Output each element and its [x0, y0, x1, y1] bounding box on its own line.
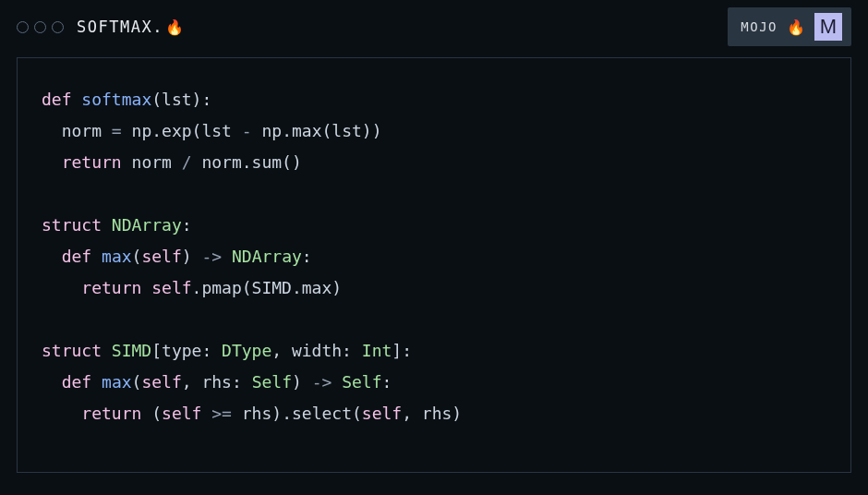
code-line: def max(self, rhs: Self) -> Self:	[42, 367, 826, 398]
code-editor[interactable]: def softmax(lst): norm = np.exp(lst - np…	[17, 57, 851, 473]
code-line: def max(self) -> NDArray:	[42, 241, 826, 272]
code-token	[42, 247, 62, 266]
code-token: ]:	[392, 341, 412, 360]
code-token: (lst):	[151, 90, 211, 109]
window-controls	[17, 21, 64, 33]
code-line: struct NDArray:	[42, 210, 826, 241]
titlebar: SOFTMAX. 🔥 MOJO 🔥 M	[0, 0, 868, 54]
code-token: , rhs:	[182, 372, 252, 392]
code-token: [type:	[151, 341, 222, 360]
code-token: def	[42, 90, 81, 109]
code-line: return (self >= rhs).select(self, rhs)	[42, 398, 826, 429]
code-line	[42, 178, 826, 210]
code-token	[42, 404, 81, 423]
code-token: softmax	[81, 90, 151, 109]
code-token: >=	[211, 404, 242, 423]
code-token: Self	[342, 372, 381, 392]
code-token: =	[112, 121, 132, 140]
code-token: return	[81, 278, 151, 297]
code-token: return	[62, 152, 132, 172]
code-token: :	[182, 215, 192, 235]
code-token: Int	[362, 341, 392, 360]
code-token: max	[102, 372, 132, 392]
titlebar-left: SOFTMAX. 🔥	[17, 18, 185, 36]
code-token: Self	[252, 372, 292, 392]
code-token: (	[151, 404, 162, 423]
code-token: /	[182, 152, 202, 172]
code-token: ->	[201, 247, 232, 266]
code-token: ->	[312, 372, 343, 392]
code-token: NDArray	[232, 247, 302, 266]
fire-icon: 🔥	[165, 18, 186, 36]
code-line: norm = np.exp(lst - np.max(lst))	[42, 115, 826, 147]
code-token: (	[132, 372, 142, 392]
language-icon-letter: M	[820, 15, 837, 39]
code-token: SIMD	[112, 341, 151, 360]
code-line	[42, 304, 826, 335]
code-token	[42, 278, 81, 297]
fire-icon: 🔥	[787, 18, 805, 36]
code-line: return self.pmap(SIMD.max)	[42, 272, 826, 304]
code-token: norm	[132, 152, 182, 172]
code-token: np.exp(lst	[132, 121, 242, 140]
code-token: DType	[222, 341, 271, 360]
filename-base: SOFTMAX.	[77, 18, 163, 36]
code-token: np.max(lst))	[261, 121, 381, 140]
window-close-icon[interactable]	[17, 21, 29, 33]
code-line: def softmax(lst):	[42, 84, 826, 115]
code-token: (	[132, 247, 142, 266]
code-token: struct	[42, 341, 112, 360]
code-token: self	[362, 404, 402, 423]
code-token: , rhs)	[402, 404, 462, 423]
code-token: self	[151, 278, 191, 297]
code-token	[42, 372, 62, 392]
code-token: self	[141, 372, 181, 392]
code-token: )	[292, 372, 312, 392]
code-token: self	[141, 247, 181, 266]
code-token: norm.sum()	[201, 152, 301, 172]
code-token: norm	[42, 121, 112, 140]
code-token: rhs).select(	[242, 404, 362, 423]
code-token: max	[102, 247, 132, 266]
code-line: return norm / norm.sum()	[42, 147, 826, 178]
code-line: struct SIMD[type: DType, width: Int]:	[42, 335, 826, 367]
code-token: struct	[42, 215, 112, 235]
code-token: :	[302, 247, 312, 266]
window-minimize-icon[interactable]	[34, 21, 46, 33]
code-token: :	[382, 372, 392, 392]
code-token: def	[62, 247, 102, 266]
code-token: self	[162, 404, 201, 423]
window-maximize-icon[interactable]	[52, 21, 64, 33]
language-badge[interactable]: MOJO 🔥 M	[728, 7, 851, 46]
filename: SOFTMAX. 🔥	[77, 18, 185, 36]
code-token: , width:	[271, 341, 362, 360]
code-token: return	[81, 404, 151, 423]
code-token: )	[182, 247, 202, 266]
code-token: def	[62, 372, 102, 392]
language-label: MOJO	[741, 19, 778, 34]
language-icon: M	[814, 13, 842, 41]
code-token	[201, 404, 211, 423]
code-token: -	[242, 121, 262, 140]
code-token: .pmap(SIMD.max)	[192, 278, 343, 297]
code-token	[42, 152, 62, 172]
code-token: NDArray	[112, 215, 182, 235]
